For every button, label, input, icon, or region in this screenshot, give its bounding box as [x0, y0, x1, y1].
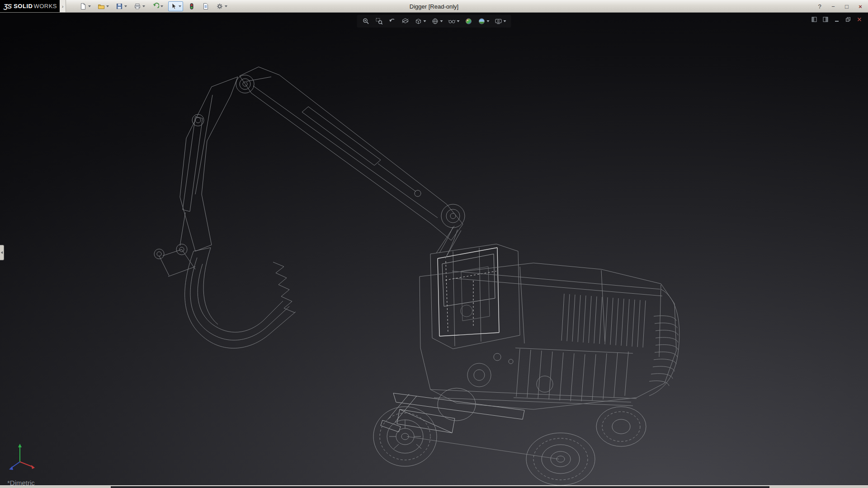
view-settings-icon: [495, 17, 503, 25]
dassault-logo-icon: ƷS: [4, 2, 11, 10]
apply-scene-icon: [478, 17, 486, 25]
digger-wheels[interactable]: [373, 388, 646, 485]
chevron-down-icon[interactable]: [440, 20, 443, 22]
view-orientation-button[interactable]: [413, 16, 428, 27]
zoom-to-area-icon: [375, 17, 383, 25]
chevron-down-icon[interactable]: [424, 20, 426, 22]
headsup-view-toolbar: [357, 15, 511, 28]
brand-solid: SOLID: [14, 3, 33, 9]
graphics-viewport[interactable]: *Dimetric: [0, 13, 868, 485]
digger-boom-arm[interactable]: [154, 77, 238, 277]
new-document-icon: [80, 3, 87, 10]
doc-restore-icon: [845, 16, 851, 23]
display-style-icon: [431, 17, 439, 25]
window-pane-left-icon: [811, 16, 817, 23]
doc-close-icon: [856, 16, 863, 23]
zoom-to-fit-icon: [362, 17, 370, 25]
brand-works: WORKS: [33, 3, 57, 9]
zoom-to-fit-button[interactable]: [361, 16, 372, 27]
open-folder-icon: [98, 3, 105, 10]
open-button[interactable]: [96, 1, 111, 11]
orientation-triad[interactable]: [9, 444, 35, 470]
undo-button[interactable]: [150, 1, 165, 11]
doc-restore-button[interactable]: [844, 16, 852, 23]
doc-window-left-button[interactable]: [810, 16, 818, 23]
bottom-bar: [0, 485, 868, 488]
edit-appearance-button[interactable]: [463, 16, 474, 27]
undo-arrow-icon: [152, 3, 159, 10]
panel-collapse-tab[interactable]: [0, 245, 4, 260]
previous-view-button[interactable]: [387, 16, 398, 27]
apply-scene-button[interactable]: [476, 16, 491, 27]
document-window-controls: [810, 16, 863, 23]
chevron-down-icon[interactable]: [106, 5, 109, 7]
close-button[interactable]: ×: [855, 2, 865, 10]
chevron-down-icon[interactable]: [179, 5, 181, 7]
hide-show-items-button[interactable]: [447, 16, 461, 27]
section-view-button[interactable]: [400, 16, 411, 27]
chevron-down-icon[interactable]: [504, 20, 506, 22]
digger-bucket[interactable]: [185, 248, 296, 348]
chevron-down-icon[interactable]: [160, 5, 163, 7]
file-properties-button[interactable]: [200, 1, 211, 11]
chevron-down-icon[interactable]: [88, 5, 91, 7]
select-button[interactable]: [168, 1, 183, 11]
restore-button[interactable]: □: [842, 2, 852, 10]
zoom-to-area-button[interactable]: [374, 16, 385, 27]
file-properties-icon: [202, 3, 209, 10]
chevron-down-icon[interactable]: [142, 5, 145, 7]
rebuild-trafficlight-icon: [188, 3, 195, 10]
digger-boom-upper[interactable]: [236, 67, 465, 256]
bottom-scrollbar[interactable]: [111, 486, 769, 488]
view-orientation-cube-icon: [415, 17, 423, 25]
digger-cab[interactable]: [430, 244, 520, 349]
options-gear-icon: [216, 3, 223, 10]
display-style-button[interactable]: [430, 16, 444, 27]
window-pane-right-icon: [822, 16, 829, 23]
print-button[interactable]: [132, 1, 147, 11]
edit-appearance-ball-icon: [465, 17, 473, 25]
minimize-button[interactable]: −: [828, 2, 838, 10]
orientation-label: *Dimetric: [7, 479, 35, 485]
view-settings-button[interactable]: [493, 16, 508, 27]
section-view-icon: [401, 17, 410, 25]
save-disk-icon: [116, 3, 123, 10]
chevron-down-icon[interactable]: [457, 20, 460, 22]
solidworks-logo: ƷS SOLIDWORKS: [0, 0, 60, 12]
select-cursor-icon: [170, 3, 177, 10]
digger-body[interactable]: [420, 226, 679, 409]
digger-undercarriage[interactable]: [381, 393, 559, 459]
menu-flyout-arrow[interactable]: ›: [60, 0, 66, 12]
chevron-down-icon[interactable]: [124, 5, 127, 7]
chevron-down-icon[interactable]: [225, 5, 227, 7]
titlebar: ƷS SOLIDWORKS ›: [0, 0, 868, 13]
rebuild-button[interactable]: [186, 1, 197, 11]
printer-icon: [134, 3, 141, 10]
doc-minimize-button[interactable]: [833, 16, 841, 23]
doc-close-button[interactable]: [855, 16, 863, 23]
wireframe-digger-model[interactable]: [0, 13, 868, 485]
standard-toolbar: [66, 0, 229, 12]
help-button[interactable]: ?: [815, 2, 825, 10]
doc-minimize-icon: [834, 16, 840, 23]
hide-show-glasses-icon: [448, 17, 456, 25]
previous-view-icon: [388, 17, 396, 25]
new-document-button[interactable]: [78, 1, 93, 11]
chevron-down-icon[interactable]: [487, 20, 490, 22]
save-button[interactable]: [114, 1, 129, 11]
options-button[interactable]: [214, 1, 229, 11]
window-controls: ? − □ ×: [815, 0, 865, 13]
doc-window-right-button[interactable]: [821, 16, 830, 23]
